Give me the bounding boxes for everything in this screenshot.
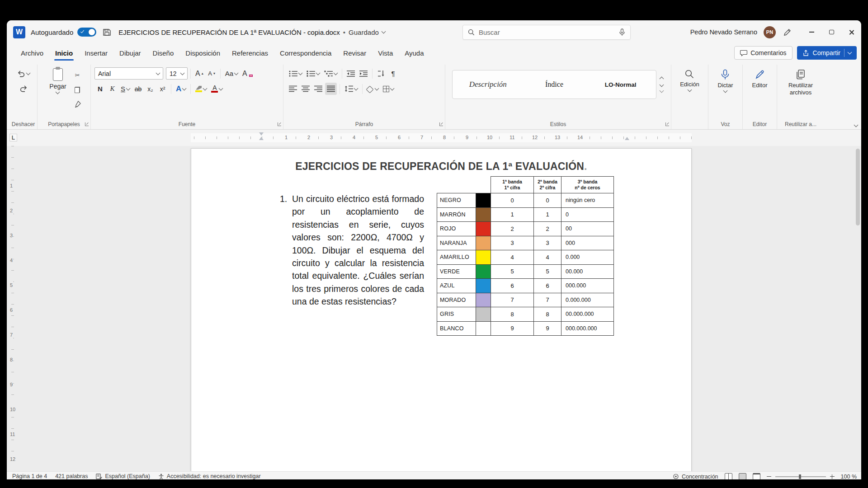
gallery-down-icon[interactable]: [660, 83, 664, 87]
sort-button[interactable]: [375, 67, 387, 80]
tab-correspondencia[interactable]: Correspondencia: [274, 44, 337, 62]
gallery-up-icon[interactable]: [660, 77, 664, 81]
subscript-button[interactable]: x₂: [145, 83, 156, 95]
font-name-select[interactable]: Arial: [94, 67, 163, 80]
shading-button[interactable]: [365, 83, 380, 95]
align-center-button[interactable]: [300, 83, 311, 95]
maximize-button[interactable]: [821, 20, 841, 44]
ruler-strip[interactable]: 1 2 3 4 5 6 7 8 9 10 11 12 13 14: [191, 133, 692, 142]
dialog-launcher-icon[interactable]: [439, 122, 443, 126]
word-logo[interactable]: W: [13, 26, 25, 38]
clear-formatting-button[interactable]: A: [241, 67, 255, 80]
strikethrough-button[interactable]: ab: [132, 83, 144, 95]
comments-button[interactable]: Comentarios: [734, 46, 792, 60]
redo-button[interactable]: [18, 82, 29, 94]
vertical-ruler[interactable]: 1 2 3 4 5 6 7 8 9 10 11 12: [7, 146, 19, 471]
search-input[interactable]: [479, 28, 619, 36]
editor-button[interactable]: Editor: [750, 66, 770, 89]
tab-vista[interactable]: Vista: [372, 44, 399, 62]
collapse-ribbon-icon[interactable]: [854, 123, 859, 127]
page-indicator[interactable]: Página 1 de 4: [12, 473, 47, 479]
tab-selector[interactable]: L: [9, 134, 17, 141]
tab-referencias[interactable]: Referencias: [226, 44, 274, 62]
minimize-button[interactable]: [802, 20, 821, 44]
tab-archivo[interactable]: Archivo: [15, 44, 49, 62]
show-paragraph-marks-button[interactable]: ¶: [387, 67, 399, 80]
tab-dibujar[interactable]: Dibujar: [113, 44, 147, 62]
style-descripcion[interactable]: Descripción: [455, 72, 521, 97]
print-layout-button[interactable]: [739, 473, 746, 479]
search-box[interactable]: [462, 25, 631, 40]
align-right-button[interactable]: [312, 83, 324, 95]
grow-font-button[interactable]: A▴: [193, 67, 205, 80]
text-effects-button[interactable]: A: [174, 83, 188, 95]
zoom-level[interactable]: 100 %: [841, 474, 857, 480]
highlighter-icon: [195, 86, 202, 92]
style-lo-normal[interactable]: LO-Normal: [588, 72, 653, 97]
bold-button[interactable]: N: [94, 83, 106, 95]
paste-button[interactable]: Pegar: [45, 66, 71, 94]
zoom-in-button[interactable]: [830, 474, 835, 479]
tab-revisar[interactable]: Revisar: [337, 44, 372, 62]
right-indent-marker[interactable]: [625, 137, 629, 140]
gallery-more-icon[interactable]: [660, 89, 664, 93]
tab-insertar[interactable]: Insertar: [79, 44, 113, 62]
hanging-indent-marker[interactable]: [259, 137, 264, 140]
superscript-button[interactable]: x²: [157, 83, 168, 95]
save-icon[interactable]: [103, 28, 111, 37]
line-spacing-button[interactable]: [343, 83, 359, 95]
highlight-color-button[interactable]: [193, 83, 208, 95]
share-button[interactable]: Compartir: [797, 46, 857, 60]
format-painter-button[interactable]: [72, 98, 83, 110]
multilevel-list-button[interactable]: [322, 67, 339, 80]
numbering-button[interactable]: [305, 67, 321, 80]
zoom-slider[interactable]: [775, 476, 826, 477]
borders-button[interactable]: [381, 83, 396, 95]
user-name[interactable]: Pedro Nevado Serrano: [690, 28, 757, 36]
reuse-files-button[interactable]: Reutilizar archivos: [782, 66, 819, 96]
editing-menu-button[interactable]: Edición: [677, 66, 702, 91]
document-title[interactable]: EJERCICIOS DE RECUPERACIÓN DE LA 1ª EVAL…: [118, 28, 340, 36]
document-page[interactable]: EJERCICIOS DE RECUPERACIÓN DE LA 1ª EVAL…: [191, 148, 692, 471]
tab-ayuda[interactable]: Ayuda: [399, 44, 429, 62]
copy-button[interactable]: [72, 84, 83, 96]
style-indice[interactable]: Índice: [522, 72, 587, 97]
dialog-launcher-icon[interactable]: [665, 122, 669, 126]
shrink-font-button[interactable]: A▾: [206, 67, 217, 80]
zoom-slider-thumb[interactable]: [799, 474, 801, 479]
accessibility-status[interactable]: Accesibilidad: es necesario investigar: [158, 473, 261, 479]
underline-button[interactable]: S: [119, 83, 132, 95]
mic-icon[interactable]: [619, 28, 625, 36]
vertical-scrollbar[interactable]: [855, 147, 860, 470]
close-button[interactable]: [841, 20, 861, 44]
font-size-select[interactable]: 12: [166, 67, 188, 80]
saved-status[interactable]: Guardado: [349, 28, 379, 36]
decrease-indent-button[interactable]: [345, 67, 357, 80]
undo-button[interactable]: [15, 67, 32, 80]
bullets-button[interactable]: [287, 67, 304, 80]
read-mode-button[interactable]: [725, 473, 732, 479]
dialog-launcher-icon[interactable]: [85, 122, 89, 126]
zoom-out-button[interactable]: [767, 476, 771, 477]
change-case-button[interactable]: Aa: [223, 67, 240, 80]
avatar[interactable]: PN: [764, 26, 776, 38]
cut-button[interactable]: ✂: [72, 69, 83, 81]
tab-diseno[interactable]: Diseño: [147, 44, 180, 62]
word-count[interactable]: 421 palabras: [55, 473, 88, 479]
editing-pen-icon[interactable]: [783, 28, 792, 37]
font-color-button[interactable]: A: [209, 83, 224, 95]
focus-mode[interactable]: Concentración: [673, 474, 718, 480]
language-indicator[interactable]: Español (España): [96, 473, 150, 479]
dialog-launcher-icon[interactable]: [278, 122, 281, 126]
increase-indent-button[interactable]: [358, 67, 369, 80]
tab-disposicion[interactable]: Disposición: [179, 44, 226, 62]
autosave-toggle[interactable]: [77, 28, 96, 37]
justify-button[interactable]: [325, 83, 337, 95]
scrollbar-thumb[interactable]: [856, 149, 860, 225]
dictate-button[interactable]: Dictar: [715, 66, 736, 92]
align-left-button[interactable]: [287, 83, 299, 95]
tab-inicio[interactable]: Inicio: [49, 44, 79, 62]
first-line-indent-marker[interactable]: [259, 132, 264, 136]
web-layout-button[interactable]: [753, 473, 760, 479]
italic-button[interactable]: K: [107, 83, 118, 95]
